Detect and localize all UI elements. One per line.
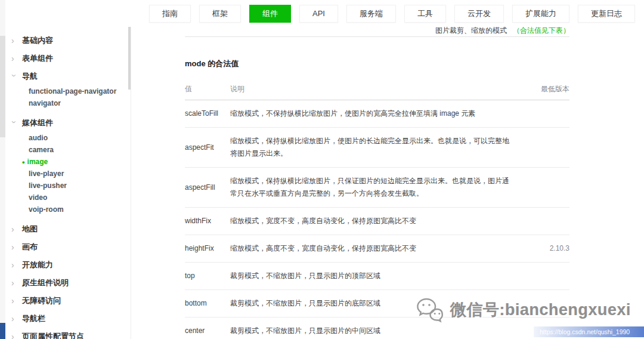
sidebar-section[interactable]: ›无障碍访问 [5,292,131,310]
top-tab[interactable]: 工具 [404,5,446,23]
sidebar-item[interactable]: live-pusher [5,180,131,192]
sidebar-item-label: live-pusher [29,181,67,190]
value-cell: aspectFit [185,128,230,168]
sidebar-item-label: 无障碍访问 [22,295,61,306]
description-cell: 缩放模式，不保持纵横比缩放图片，使图片的宽高完全拉伸至填满 image 元素 [230,100,527,128]
chevron-right-icon: › [11,297,17,305]
top-tab[interactable]: API [299,5,338,23]
page: 指南框架组件API服务端工具云开发扩展能力更新日志 ›基础内容›表单组件›导航f… [0,0,644,339]
table-row: widthFix缩放模式，宽度不变，高度自动变化，保持原图宽高比不变 [185,208,569,235]
min-version-cell [527,208,569,235]
value-cell: heightFix [185,235,230,263]
clipped-table-row: 图片裁剪、缩放的模式（合法值见下表） [185,27,569,37]
sidebar-item[interactable]: voip-room [5,204,131,215]
sidebar-section[interactable]: ›基础内容 [5,32,131,50]
table-row: aspectFit缩放模式，保持纵横比缩放图片，使图片的长边能完全显示出来。也就… [185,128,569,168]
top-tab-bar: 指南框架组件API服务端工具云开发扩展能力更新日志 [0,0,644,27]
sidebar-item-label: 导航栏 [22,313,45,324]
sidebar-item-label: navigator [29,99,61,107]
chevron-right-icon: › [11,261,17,269]
min-version-cell: 2.10.3 [527,235,569,263]
sidebar-item[interactable]: audio [5,132,131,144]
top-tab[interactable]: 云开发 [454,5,504,23]
sidebar-item-label: 原生组件说明 [22,278,69,288]
sidebar-item-label: 画布 [22,242,38,252]
sidebar-item-label: image [27,158,48,166]
chevron-right-icon: › [11,36,17,45]
chevron-down-icon: › [10,121,18,126]
sidebar-item-label: 页面属性配置节点 [22,331,84,339]
sidebar-item[interactable]: functional-page-navigator [5,85,131,97]
clipped-text-fragment: （合法值见下表） [513,27,569,35]
sidebar-item-label: functional-page-navigator [29,87,116,95]
sidebar-scrollbar-thumb[interactable] [128,27,131,90]
value-cell: center [185,318,230,339]
min-version-cell [527,263,569,290]
chevron-down-icon: › [10,74,18,79]
sidebar: ›基础内容›表单组件›导航functional-page-navigatorna… [5,27,131,339]
watermark-text: 微信号:bianchengxuexi [450,299,631,320]
header-desc: 说明 [230,79,527,100]
sidebar-item-label: 基础内容 [22,35,53,46]
active-bullet-icon: • [22,158,25,167]
min-version-cell [527,128,569,168]
sidebar-item-label: 表单组件 [22,53,53,64]
chevron-right-icon: › [11,54,17,63]
table-header: 值 说明 最低版本 [185,79,569,100]
sidebar-section[interactable]: ›画布 [5,238,131,256]
sidebar-section[interactable]: ›页面属性配置节点 [5,328,131,339]
sidebar-section[interactable]: ›表单组件 [5,50,131,67]
clipped-row-text: 图片裁剪、缩放的模式（合法值见下表） [435,27,569,36]
description-cell: 缩放模式，宽度不变，高度自动变化，保持原图宽高比不变 [230,208,527,235]
section-title: mode 的合法值 [185,58,569,69]
sidebar-item-label: camera [29,146,54,154]
table-row: aspectFill缩放模式，保持纵横比缩放图片，只保证图片的短边能完全显示出来… [185,168,569,208]
sidebar-item-label: video [29,193,47,202]
sidebar-item[interactable]: video [5,192,131,204]
sidebar-section[interactable]: ›媒体组件 [5,114,131,132]
sidebar-item[interactable]: camera [5,144,131,156]
sidebar-item-label: audio [29,134,48,142]
top-tab[interactable]: 服务端 [346,5,396,23]
watermark-url: https://blog.csdn.net/qushi_1990 [534,326,644,337]
sidebar-section[interactable]: ›导航 [5,67,131,85]
description-cell: 缩放模式，保持纵横比缩放图片，只保证图片的短边能完全显示出来。也就是说，图片通常… [230,168,527,208]
chevron-right-icon: › [11,332,17,339]
chevron-right-icon: › [11,225,17,233]
page-scrollbar[interactable] [0,0,5,339]
value-cell: bottom [185,290,230,318]
sidebar-item[interactable]: navigator [5,97,131,109]
value-cell: aspectFill [185,168,230,208]
table-row: heightFix缩放模式，高度不变，宽度自动变化，保持原图宽高比不变2.10.… [185,235,569,263]
wechat-icon [416,297,444,323]
sidebar-item-label: 导航 [22,71,38,82]
sidebar-item-label: 开放能力 [22,260,53,270]
top-tab[interactable]: 框架 [199,5,241,23]
sidebar-section[interactable]: ›原生组件说明 [5,274,131,292]
sidebar-section[interactable]: ›地图 [5,220,131,238]
min-version-cell [527,168,569,208]
chevron-right-icon: › [11,315,17,323]
top-tab[interactable]: 指南 [149,5,191,23]
sidebar-item-label: voip-room [29,205,64,214]
top-tab[interactable]: 扩展能力 [512,5,569,23]
watermark: 微信号:bianchengxuexi [416,297,631,323]
value-cell: scaleToFill [185,100,230,128]
header-min-version: 最低版本 [527,79,569,100]
top-tab[interactable]: 更新日志 [578,5,635,23]
top-tab[interactable]: 组件 [249,5,291,23]
chevron-right-icon: › [11,243,17,251]
sidebar-section[interactable]: ›开放能力 [5,256,131,274]
sidebar-item-label: 地图 [22,224,38,235]
sidebar-item-label: 媒体组件 [22,118,53,128]
sidebar-item[interactable]: live-player [5,168,131,180]
clipped-text-fragment: 图片裁剪、缩放的模式 [435,27,507,35]
description-cell: 裁剪模式，不缩放图片，只显示图片的顶部区域 [230,263,527,290]
page-scrollbar-thumb[interactable] [0,36,5,137]
blue-corner-block [0,323,5,339]
chevron-right-icon: › [11,279,17,287]
sidebar-item[interactable]: •image [5,156,131,168]
main-content: 图片裁剪、缩放的模式（合法值见下表） mode 的合法值 值 说明 最低版本 s… [185,27,569,339]
sidebar-section[interactable]: ›导航栏 [5,310,131,328]
value-cell: widthFix [185,208,230,235]
